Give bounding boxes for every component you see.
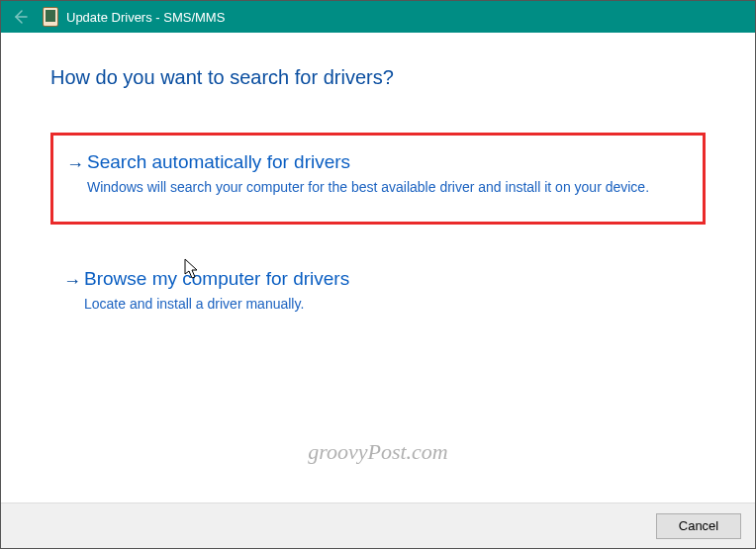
option-title: Browse my computer for drivers — [84, 268, 692, 290]
device-icon — [43, 7, 58, 27]
window-title: Update Drivers - SMS/MMS — [66, 10, 225, 25]
arrow-right-icon: → — [60, 268, 84, 294]
watermark: groovyPost.com — [1, 439, 755, 465]
option-search-automatically[interactable]: → Search automatically for drivers Windo… — [50, 133, 706, 225]
option-description: Locate and install a driver manually. — [84, 294, 692, 315]
page-heading: How do you want to search for drivers? — [50, 66, 706, 89]
cancel-button[interactable]: Cancel — [656, 513, 741, 539]
dialog-content: How do you want to search for drivers? →… — [1, 33, 755, 503]
option-description: Windows will search your computer for th… — [87, 177, 689, 198]
update-drivers-dialog: Update Drivers - SMS/MMS How do you want… — [0, 0, 756, 549]
titlebar: Update Drivers - SMS/MMS — [1, 1, 755, 33]
arrow-right-icon: → — [63, 151, 87, 177]
dialog-footer: Cancel — [1, 503, 755, 548]
back-icon[interactable] — [9, 6, 31, 28]
option-title: Search automatically for drivers — [87, 151, 689, 173]
option-browse-computer[interactable]: → Browse my computer for drivers Locate … — [50, 252, 706, 338]
